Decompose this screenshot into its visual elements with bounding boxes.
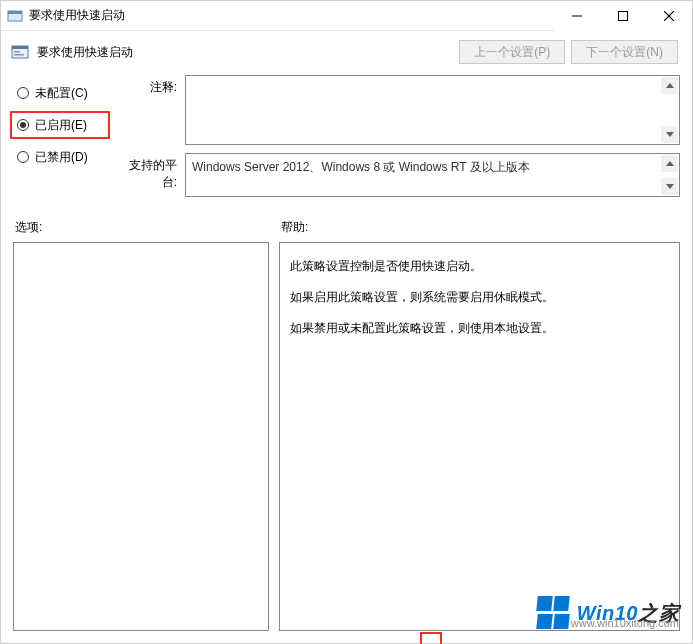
app-icon xyxy=(7,8,23,24)
comment-value xyxy=(186,76,679,84)
help-pane: 此策略设置控制是否使用快速启动。 如果启用此策略设置，则系统需要启用休眠模式。 … xyxy=(279,242,680,631)
next-setting-button[interactable]: 下一个设置(N) xyxy=(571,40,678,64)
platform-row: 支持的平台: Windows Server 2012、Windows 8 或 W… xyxy=(115,153,680,197)
svg-marker-13 xyxy=(666,184,674,189)
nav-buttons: 上一个设置(P) 下一个设置(N) xyxy=(459,40,678,64)
help-label: 帮助: xyxy=(279,219,680,236)
comment-textarea[interactable] xyxy=(185,75,680,145)
policy-title: 要求使用快速启动 xyxy=(37,44,451,61)
svg-marker-12 xyxy=(666,161,674,166)
prev-setting-button[interactable]: 上一个设置(P) xyxy=(459,40,565,64)
svg-rect-1 xyxy=(8,11,22,14)
titlebar: 要求使用快速启动 xyxy=(1,1,692,31)
radio-icon xyxy=(17,151,29,163)
radio-label: 已启用(E) xyxy=(35,117,87,134)
windows-logo-icon xyxy=(537,596,571,630)
radio-label: 未配置(C) xyxy=(35,85,88,102)
radio-not-configured[interactable]: 未配置(C) xyxy=(13,81,107,105)
scroll-up-icon[interactable] xyxy=(661,77,678,94)
comment-label: 注释: xyxy=(115,75,177,96)
scroll-down-icon[interactable] xyxy=(661,126,678,143)
lower-panes: 此策略设置控制是否使用快速启动。 如果启用此策略设置，则系统需要启用休眠模式。 … xyxy=(13,242,680,631)
help-line: 如果启用此策略设置，则系统需要启用休眠模式。 xyxy=(290,282,669,313)
svg-rect-3 xyxy=(619,11,628,20)
scroll-up-icon[interactable] xyxy=(661,155,678,172)
watermark-url: www.win10xitong.com xyxy=(571,617,679,629)
minimize-button[interactable] xyxy=(554,1,600,31)
fields-column: 注释: 支持的平台: Windows Server 2012、W xyxy=(115,75,680,197)
help-content: 此策略设置控制是否使用快速启动。 如果启用此策略设置，则系统需要启用休眠模式。 … xyxy=(280,243,679,353)
upper-section: 未配置(C) 已启用(E) 已禁用(D) 注释: xyxy=(13,75,680,197)
radio-icon xyxy=(17,87,29,99)
svg-rect-7 xyxy=(12,46,28,49)
lower-labels: 选项: 帮助: xyxy=(13,219,680,236)
scroll-down-icon[interactable] xyxy=(661,178,678,195)
window: 要求使用快速启动 要求使用快速启动 上一个设置(P) 下一个设置( xyxy=(0,0,693,644)
radio-enabled[interactable]: 已启用(E) xyxy=(10,111,110,139)
maximize-button[interactable] xyxy=(600,1,646,31)
window-title: 要求使用快速启动 xyxy=(29,7,554,24)
platform-label: 支持的平台: xyxy=(115,153,177,191)
radio-icon xyxy=(17,119,29,131)
content-area: 未配置(C) 已启用(E) 已禁用(D) 注释: xyxy=(1,73,692,643)
window-controls xyxy=(554,1,692,31)
comment-row: 注释: xyxy=(115,75,680,145)
radio-group: 未配置(C) 已启用(E) 已禁用(D) xyxy=(13,75,107,197)
options-pane xyxy=(13,242,269,631)
close-button[interactable] xyxy=(646,1,692,31)
highlight-marker xyxy=(420,632,442,644)
svg-rect-9 xyxy=(14,54,24,56)
watermark: Win10之家 www.win10xitong.com xyxy=(537,596,679,630)
svg-rect-8 xyxy=(14,51,20,53)
toolbar: 要求使用快速启动 上一个设置(P) 下一个设置(N) xyxy=(1,31,692,73)
platform-textarea: Windows Server 2012、Windows 8 或 Windows … xyxy=(185,153,680,197)
svg-marker-10 xyxy=(666,83,674,88)
help-line: 此策略设置控制是否使用快速启动。 xyxy=(290,251,669,282)
svg-marker-11 xyxy=(666,132,674,137)
platform-value: Windows Server 2012、Windows 8 或 Windows … xyxy=(186,154,679,181)
options-label: 选项: xyxy=(13,219,279,236)
policy-icon xyxy=(11,43,29,61)
radio-disabled[interactable]: 已禁用(D) xyxy=(13,145,107,169)
help-line: 如果禁用或未配置此策略设置，则使用本地设置。 xyxy=(290,313,669,344)
radio-label: 已禁用(D) xyxy=(35,149,88,166)
